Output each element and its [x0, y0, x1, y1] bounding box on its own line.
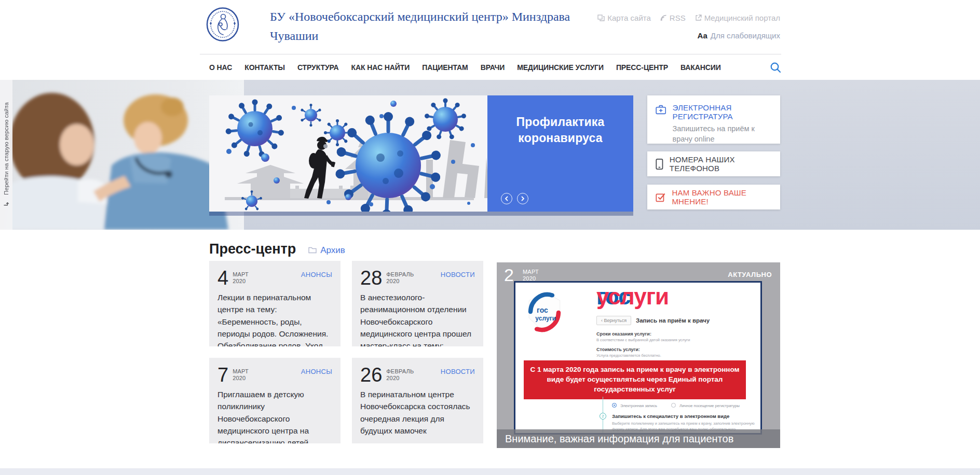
news-card[interactable]: 26 ФЕВРАЛЬ2020 НОВОСТИ В перинатальном ц…: [352, 358, 483, 443]
nav-item-doctors[interactable]: ВРАЧИ: [481, 63, 505, 72]
nav-item-structure[interactable]: СТРУКТУРА: [297, 63, 339, 72]
main-nav: О НАС КОНТАКТЫ СТРУКТУРА КАК НАС НАЙТИ П…: [200, 54, 781, 80]
old-version-tab[interactable]: ↳ Перейти на старую версию сайта: [0, 80, 12, 230]
phone-icon: [656, 158, 663, 171]
site-header: БУ «Новочебоксарский медицинский центр» …: [0, 0, 980, 80]
top-link-label: Медицинский портал: [704, 13, 780, 22]
slider-navigation: [501, 193, 528, 204]
logo-emblem-icon: [206, 7, 239, 41]
radio-label: Электронная запись: [620, 403, 657, 408]
news-day: 28: [360, 268, 382, 288]
chevron-left-icon: [504, 196, 509, 201]
prev-slide-button[interactable]: [501, 193, 512, 204]
doctor-patient-photo: [0, 80, 244, 230]
svg-text:услуги: услуги: [535, 315, 556, 322]
external-link-icon: [695, 15, 702, 21]
press-center-title: Пресс-центр: [209, 241, 296, 257]
archive-link[interactable]: Архив: [308, 245, 345, 256]
top-link-sitemap[interactable]: Карта сайта: [597, 13, 651, 22]
bottom-bar: [0, 468, 980, 475]
news-category-link[interactable]: АНОНСЫ: [301, 271, 332, 278]
news-card[interactable]: 4 МАРТ2020 АНОНСЫ Лекции в перинатальном…: [209, 261, 341, 346]
accessibility-toggle[interactable]: АаДля слабовидящих: [697, 31, 780, 40]
featured-caption: Внимание, важная информация для пациенто…: [497, 429, 780, 448]
font-size-icon: Аа: [697, 31, 707, 40]
gosuslugi-screenshot: гос услуги госуслуги ‹ Вернуться Запись …: [514, 281, 762, 435]
nav-item-how-to-find[interactable]: КАК НАС НАЙТИ: [351, 63, 410, 72]
news-card[interactable]: 28 ФЕВРАЛЬ2020 НОВОСТИ В анестезиолого-р…: [352, 261, 483, 346]
coronavirus-illustration: [209, 95, 487, 212]
top-link-medical-portal[interactable]: Медицинский портал: [695, 13, 780, 22]
gosuslugi-page-title: Запись на приём к врачу: [636, 317, 710, 324]
news-day: 26: [360, 365, 382, 385]
news-day: 4: [217, 268, 228, 288]
nav-item-about[interactable]: О НАС: [209, 63, 232, 72]
search-icon: [770, 62, 781, 73]
hero-section: ↳ Перейти на старую версию сайта: [0, 80, 980, 230]
step-title: Запишитесь к специалисту в электронном в…: [612, 413, 729, 419]
featured-day: 2: [504, 266, 514, 284]
chevron-right-icon: [520, 196, 525, 201]
svg-text:гос: гос: [537, 306, 548, 314]
folder-icon: [308, 247, 317, 254]
e-registry-button[interactable]: ЭЛЕКТРОННАЯ РЕГИСТРАТУРА Запишитесь на п…: [647, 95, 780, 144]
top-link-rss[interactable]: RSS: [660, 13, 686, 22]
feedback-label: НАМ ВАЖНО ВАШЕ МНЕНИЕ!: [672, 188, 772, 206]
press-center-section: Пресс-центр Архив 4 МАРТ2020 АНОНСЫ Лекц…: [0, 230, 980, 468]
top-link-label: RSS: [670, 13, 686, 22]
gosuslugi-emblem-icon: гос услуги: [525, 291, 564, 333]
slide-caption-panel[interactable]: Профилактика коронавируса: [487, 95, 633, 212]
news-text: Лекции в перинатальном центре на тему: «…: [217, 291, 332, 346]
terms-label: Сроки оказания услуги:: [596, 331, 651, 337]
site-title: БУ «Новочебоксарский медицинский центр» …: [270, 7, 602, 46]
rss-icon: [660, 15, 667, 21]
cost-label: Стоимость услуги:: [596, 347, 640, 352]
press-center-header: Пресс-центр Архив: [209, 241, 345, 257]
news-month-year: МАРТ2020: [233, 271, 249, 285]
news-category-link[interactable]: НОВОСТИ: [441, 368, 475, 375]
back-button: ‹ Вернуться: [596, 316, 631, 325]
news-month-year: ФЕВРАЛЬ2020: [386, 368, 414, 382]
cost-value: Услуга предоставляется бесплатно.: [596, 353, 661, 358]
medical-bag-icon: [656, 103, 666, 116]
news-month-year: ФЕВРАЛЬ2020: [386, 271, 414, 285]
top-link-label: Карта сайта: [607, 13, 651, 22]
featured-news-card[interactable]: 2 МАРТ2020 АКТУАЛЬНО гос услуги госуслуг…: [497, 262, 780, 448]
site-logo[interactable]: [206, 7, 239, 41]
phone-numbers-button[interactable]: НОМЕРА НАШИХ ТЕЛЕФОНОВ: [647, 151, 780, 176]
news-day: 7: [217, 365, 228, 385]
radio-label: Личное посещение регистратуры: [679, 403, 740, 408]
checkbox-checked-icon: [656, 191, 665, 203]
nav-item-patients[interactable]: ПАЦИЕНТАМ: [422, 63, 468, 72]
carousel-slide[interactable]: [209, 95, 487, 212]
accessibility-label: Для слабовидящих: [711, 31, 780, 40]
top-links: Карта сайта RSS Медицинский портал: [597, 13, 780, 22]
news-text: В анестезиолого-реанимационном отделении…: [360, 291, 475, 346]
e-registry-subtitle: Запишитесь на приём к врачу online: [672, 124, 772, 144]
slider-shadow: [209, 212, 633, 216]
nav-item-medical-services[interactable]: МЕДИЦИНСКИЕ УСЛУГИ: [517, 63, 604, 72]
news-category-link[interactable]: НОВОСТИ: [441, 271, 475, 278]
news-card[interactable]: 7 МАРТ2020 АНОНСЫ Приглашаем в детскую п…: [209, 358, 341, 443]
next-slide-button[interactable]: [517, 193, 528, 204]
news-month-year: МАРТ2020: [233, 368, 249, 382]
e-registry-label: ЭЛЕКТРОННАЯ РЕГИСТРАТУРА: [672, 103, 772, 121]
news-grid: 4 МАРТ2020 АНОНСЫ Лекции в перинатальном…: [209, 261, 483, 443]
news-text: Приглашаем в детскую поликлинику Новочеб…: [217, 388, 332, 443]
announcement-banner: С 1 марта 2020 года запись на прием к вр…: [524, 360, 746, 399]
news-category-link[interactable]: АНОНСЫ: [301, 368, 332, 375]
slide-title: Профилактика коронавируса: [487, 114, 633, 146]
feedback-button[interactable]: НАМ ВАЖНО ВАШЕ МНЕНИЕ!: [647, 185, 780, 209]
step-number-icon: 2: [600, 413, 606, 420]
search-button[interactable]: [770, 62, 781, 73]
featured-month-year: МАРТ2020: [523, 269, 539, 282]
sitemap-icon: [597, 15, 605, 21]
news-text: В перинатальном центре Новочебоксарска с…: [360, 388, 475, 437]
radio-selected-icon: [612, 403, 617, 408]
nav-item-contacts[interactable]: КОНТАКТЫ: [244, 63, 285, 72]
nav-item-press-center[interactable]: ПРЕСС-ЦЕНТР: [616, 63, 668, 72]
terms-value: В соответствии с выбранной датой оказани…: [596, 338, 690, 342]
old-version-label: Перейти на старую версию сайта: [3, 103, 9, 195]
nav-item-vacancies[interactable]: ВАКАНСИИ: [680, 63, 721, 72]
return-arrow-icon: ↳: [3, 201, 10, 207]
